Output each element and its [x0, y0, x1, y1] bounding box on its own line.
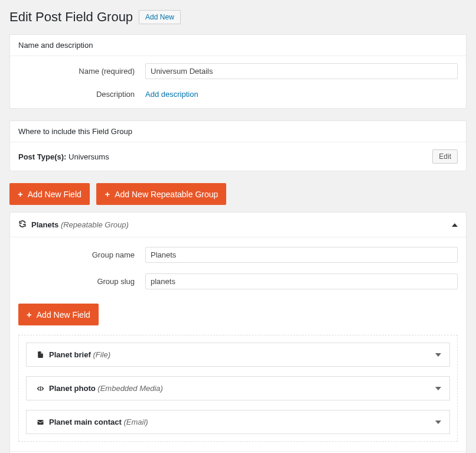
- group-name-input[interactable]: [145, 247, 458, 263]
- group-slug-input[interactable]: [145, 273, 458, 289]
- field-row[interactable]: Planet brief (File): [26, 343, 450, 367]
- code-icon: [35, 385, 45, 392]
- field-type-hint: (File): [93, 350, 110, 359]
- field-title: Planet brief: [49, 350, 91, 359]
- group-slug-label: Group slug: [18, 277, 145, 286]
- group-header[interactable]: Planets (Repeatable Group): [10, 213, 466, 237]
- edit-include-button[interactable]: Edit: [432, 149, 458, 164]
- group-title: Planets: [31, 220, 58, 229]
- group-add-field-button[interactable]: + Add New Field: [18, 304, 99, 325]
- plus-icon: +: [27, 309, 32, 320]
- repeat-icon: [18, 220, 27, 230]
- post-types-text: Post Type(s): Universums: [18, 152, 109, 161]
- add-new-field-button[interactable]: + Add New Field: [9, 183, 90, 205]
- fields-container: Planet brief (File) Planet photo (Embedd…: [18, 335, 458, 442]
- button-label: Add New Field: [37, 310, 90, 320]
- page-title: Edit Post Field Group: [9, 9, 133, 25]
- add-description-link[interactable]: Add description: [145, 90, 198, 99]
- name-description-panel: Name and description Name (required) Des…: [9, 34, 467, 109]
- field-row[interactable]: Planet photo (Embedded Media): [26, 376, 450, 400]
- button-label: Add New Field: [28, 190, 81, 199]
- group-type-hint: (Repeatable Group): [61, 220, 129, 229]
- name-input[interactable]: [145, 63, 458, 79]
- plus-icon: +: [18, 189, 23, 199]
- name-label: Name (required): [18, 67, 145, 76]
- expand-icon[interactable]: [435, 387, 441, 390]
- field-title: Planet main contact: [49, 418, 122, 426]
- repeatable-group-panel: Planets (Repeatable Group) Group name Gr…: [9, 212, 467, 453]
- include-panel: Where to include this Field Group Post T…: [9, 120, 467, 171]
- plus-icon: +: [105, 189, 110, 199]
- description-label: Description: [18, 90, 145, 99]
- mail-icon: [35, 419, 45, 426]
- field-row[interactable]: Planet main contact (Email): [26, 410, 450, 434]
- file-icon: [35, 350, 45, 359]
- post-type-value: Universums: [69, 152, 109, 161]
- expand-icon[interactable]: [435, 353, 441, 357]
- add-new-button[interactable]: Add New: [139, 10, 181, 24]
- collapse-icon[interactable]: [452, 223, 458, 227]
- field-type-hint: (Embedded Media): [97, 384, 163, 393]
- group-name-label: Group name: [18, 250, 145, 259]
- button-label: Add New Repeatable Group: [115, 190, 218, 199]
- post-type-label: Post Type(s):: [18, 152, 66, 161]
- field-type-hint: (Email): [123, 418, 148, 426]
- svg-rect-1: [37, 420, 43, 425]
- panel-header: Name and description: [10, 35, 466, 56]
- expand-icon[interactable]: [435, 421, 441, 424]
- field-title: Planet photo: [49, 384, 96, 393]
- add-new-repeatable-group-button[interactable]: + Add New Repeatable Group: [96, 183, 226, 205]
- panel-header: Where to include this Field Group: [10, 121, 466, 142]
